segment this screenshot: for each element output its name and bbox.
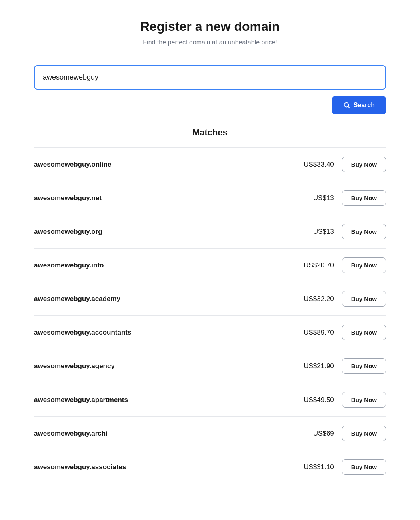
search-button[interactable]: Search bbox=[332, 96, 386, 114]
page-subtitle: Find the perfect domain at an unbeatable… bbox=[34, 39, 386, 46]
domain-name: awesomewebguy.net bbox=[34, 194, 102, 202]
domain-row: awesomewebguy.netUS$13Buy Now bbox=[34, 181, 386, 215]
domain-name: awesomewebguy.academy bbox=[34, 295, 120, 303]
svg-line-1 bbox=[348, 106, 350, 108]
buy-now-button[interactable]: Buy Now bbox=[342, 325, 386, 340]
domain-row: awesomewebguy.accountantsUS$89.70Buy Now bbox=[34, 316, 386, 349]
buy-now-button[interactable]: Buy Now bbox=[342, 392, 386, 408]
domain-name: awesomewebguy.online bbox=[34, 161, 111, 169]
buy-now-button[interactable]: Buy Now bbox=[342, 426, 386, 441]
page-title: Register a new domain bbox=[34, 19, 386, 34]
domain-name: awesomewebguy.org bbox=[34, 228, 102, 236]
domain-price: US$49.50 bbox=[298, 396, 334, 404]
search-input-wrapper bbox=[34, 65, 386, 90]
domain-row: awesomewebguy.apartmentsUS$49.50Buy Now bbox=[34, 383, 386, 417]
domain-right: US$69Buy Now bbox=[298, 426, 386, 441]
domain-price: US$20.70 bbox=[298, 261, 334, 269]
domain-name: awesomewebguy.agency bbox=[34, 362, 115, 370]
domain-row: awesomewebguy.agencyUS$21.90Buy Now bbox=[34, 349, 386, 383]
domain-right: US$31.10Buy Now bbox=[298, 459, 386, 475]
domain-price: US$21.90 bbox=[298, 362, 334, 370]
domain-name: awesomewebguy.associates bbox=[34, 463, 126, 471]
domain-price: US$69 bbox=[298, 430, 334, 438]
domain-row: awesomewebguy.associatesUS$31.10Buy Now bbox=[34, 450, 386, 484]
domain-row: awesomewebguy.academyUS$32.20Buy Now bbox=[34, 282, 386, 316]
domain-right: US$49.50Buy Now bbox=[298, 392, 386, 408]
domain-right: US$21.90Buy Now bbox=[298, 358, 386, 374]
search-section: Search bbox=[34, 65, 386, 114]
domain-row: awesomewebguy.infoUS$20.70Buy Now bbox=[34, 249, 386, 282]
domain-right: US$20.70Buy Now bbox=[298, 257, 386, 273]
search-input[interactable] bbox=[34, 65, 386, 90]
domain-right: US$89.70Buy Now bbox=[298, 325, 386, 340]
domain-name: awesomewebguy.apartments bbox=[34, 396, 128, 404]
domain-row: awesomewebguy.orgUS$13Buy Now bbox=[34, 215, 386, 249]
domain-right: US$32.20Buy Now bbox=[298, 291, 386, 307]
domain-name: awesomewebguy.archi bbox=[34, 430, 108, 438]
search-button-wrapper: Search bbox=[34, 96, 386, 114]
buy-now-button[interactable]: Buy Now bbox=[342, 459, 386, 475]
domain-row: awesomewebguy.onlineUS$33.40Buy Now bbox=[34, 147, 386, 181]
domain-right: US$33.40Buy Now bbox=[298, 157, 386, 172]
domain-name: awesomewebguy.info bbox=[34, 261, 104, 269]
domain-name: awesomewebguy.accountants bbox=[34, 329, 131, 337]
domain-price: US$31.10 bbox=[298, 463, 334, 471]
domain-list: awesomewebguy.onlineUS$33.40Buy Nowaweso… bbox=[34, 147, 386, 484]
domain-price: US$13 bbox=[298, 228, 334, 236]
domain-right: US$13Buy Now bbox=[298, 190, 386, 206]
buy-now-button[interactable]: Buy Now bbox=[342, 224, 386, 239]
domain-row: awesomewebguy.archiUS$69Buy Now bbox=[34, 417, 386, 450]
buy-now-button[interactable]: Buy Now bbox=[342, 358, 386, 374]
domain-right: US$13Buy Now bbox=[298, 224, 386, 239]
search-button-label: Search bbox=[354, 102, 375, 109]
buy-now-button[interactable]: Buy Now bbox=[342, 291, 386, 307]
buy-now-button[interactable]: Buy Now bbox=[342, 257, 386, 273]
buy-now-button[interactable]: Buy Now bbox=[342, 190, 386, 206]
domain-price: US$33.40 bbox=[298, 161, 334, 169]
domain-price: US$32.20 bbox=[298, 295, 334, 303]
matches-title: Matches bbox=[34, 127, 386, 138]
search-icon bbox=[343, 102, 350, 109]
domain-price: US$13 bbox=[298, 194, 334, 202]
domain-price: US$89.70 bbox=[298, 329, 334, 337]
buy-now-button[interactable]: Buy Now bbox=[342, 157, 386, 172]
page-container: Register a new domain Find the perfect d… bbox=[18, 0, 402, 508]
matches-section: Matches awesomewebguy.onlineUS$33.40Buy … bbox=[34, 127, 386, 484]
